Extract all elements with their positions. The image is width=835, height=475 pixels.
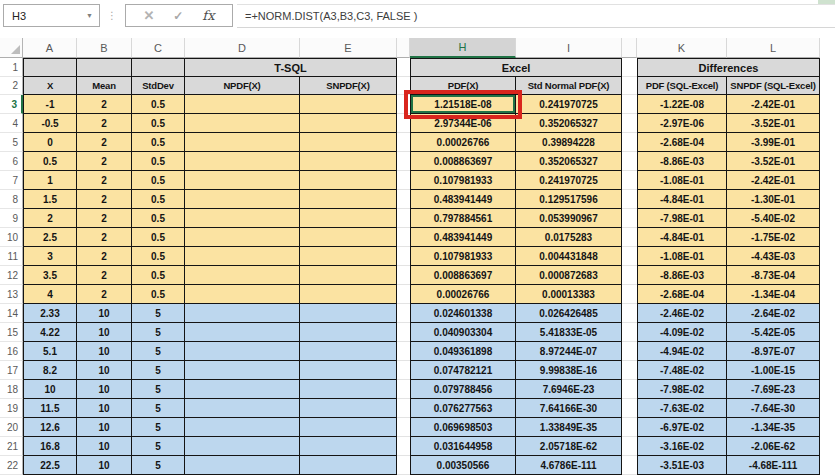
- cancel-icon[interactable]: ✕: [143, 8, 154, 23]
- cell-C5[interactable]: 0.5: [132, 133, 185, 152]
- cell-H5[interactable]: 0.00026766: [410, 133, 516, 152]
- cell-A17[interactable]: 8.2: [23, 361, 77, 380]
- row-header-8[interactable]: 8: [0, 190, 23, 209]
- cell-L11[interactable]: -4.43E-03: [727, 247, 820, 266]
- row-header-15[interactable]: 15: [0, 323, 23, 342]
- cell-A21[interactable]: 16.8: [23, 437, 77, 456]
- row-header-17[interactable]: 17: [0, 361, 23, 380]
- cell-C9[interactable]: 0.5: [132, 209, 185, 228]
- cell-I14[interactable]: 0.026426485: [516, 304, 622, 323]
- cell-A20[interactable]: 12.6: [23, 418, 77, 437]
- cell-B21[interactable]: 10: [77, 437, 132, 456]
- cell-H16[interactable]: 0.049361898: [410, 342, 516, 361]
- cell-C11[interactable]: 0.5: [132, 247, 185, 266]
- cell-E3[interactable]: [300, 95, 397, 114]
- header-I2[interactable]: Std Normal PDF(X): [516, 77, 622, 95]
- cell-D9[interactable]: [185, 209, 300, 228]
- cell-C6[interactable]: 0.5: [132, 152, 185, 171]
- cell-C15[interactable]: 5: [132, 323, 185, 342]
- cell-A6[interactable]: 0.5: [23, 152, 77, 171]
- cell-C20[interactable]: 5: [132, 418, 185, 437]
- cell-H17[interactable]: 0.074782121: [410, 361, 516, 380]
- cell-D8[interactable]: [185, 190, 300, 209]
- group-header-excel[interactable]: Excel: [410, 58, 622, 77]
- cell-H20[interactable]: 0.069698503: [410, 418, 516, 437]
- cell-H8[interactable]: 0.483941449: [410, 190, 516, 209]
- cell-K6[interactable]: -8.86E-03: [637, 152, 727, 171]
- cell-E21[interactable]: [300, 437, 397, 456]
- cell-I12[interactable]: 0.000872683: [516, 266, 622, 285]
- cell-B10[interactable]: 2: [77, 228, 132, 247]
- cell-L12[interactable]: -8.73E-04: [727, 266, 820, 285]
- cell-B15[interactable]: 10: [77, 323, 132, 342]
- cell-H12[interactable]: 0.008863697: [410, 266, 516, 285]
- cell-E12[interactable]: [300, 266, 397, 285]
- header-A2[interactable]: X: [23, 77, 77, 95]
- row-header-6[interactable]: 6: [0, 152, 23, 171]
- cell-L17[interactable]: -1.00E-15: [727, 361, 820, 380]
- cell-D14[interactable]: [185, 304, 300, 323]
- row-header-21[interactable]: 21: [0, 437, 23, 456]
- cell-E20[interactable]: [300, 418, 397, 437]
- row-header-3[interactable]: 3: [0, 95, 23, 114]
- group-header-differences[interactable]: Differences: [637, 58, 820, 77]
- column-header-K[interactable]: K: [637, 38, 727, 58]
- row-header-20[interactable]: 20: [0, 418, 23, 437]
- cell-L15[interactable]: -5.42E-05: [727, 323, 820, 342]
- row-header-4[interactable]: 4: [0, 114, 23, 133]
- cell-L19[interactable]: -7.64E-30: [727, 399, 820, 418]
- cell-D11[interactable]: [185, 247, 300, 266]
- cell-E5[interactable]: [300, 133, 397, 152]
- cell-K4[interactable]: -2.97E-06: [637, 114, 727, 133]
- column-header-D[interactable]: D: [185, 38, 300, 58]
- cell-A9[interactable]: 2: [23, 209, 77, 228]
- cell-B5[interactable]: 2: [77, 133, 132, 152]
- cell-H18[interactable]: 0.079788456: [410, 380, 516, 399]
- formula-input[interactable]: =+NORM.DIST(A3,B3,C3, FALSE ): [237, 4, 835, 28]
- cell-E10[interactable]: [300, 228, 397, 247]
- cell-H13[interactable]: 0.00026766: [410, 285, 516, 304]
- row-header-11[interactable]: 11: [0, 247, 23, 266]
- cell-B7[interactable]: 2: [77, 171, 132, 190]
- cell-A16[interactable]: 5.1: [23, 342, 77, 361]
- row-header-5[interactable]: 5: [0, 133, 23, 152]
- cell-D6[interactable]: [185, 152, 300, 171]
- cell-L4[interactable]: -3.52E-01: [727, 114, 820, 133]
- cell-C8[interactable]: 0.5: [132, 190, 185, 209]
- cell-A3[interactable]: -1: [23, 95, 77, 114]
- row-header-7[interactable]: 7: [0, 171, 23, 190]
- cell-L20[interactable]: -1.34E-35: [727, 418, 820, 437]
- cell-I7[interactable]: 0.241970725: [516, 171, 622, 190]
- cell-B20[interactable]: 10: [77, 418, 132, 437]
- cell-D13[interactable]: [185, 285, 300, 304]
- header-L2[interactable]: SNPDF (SQL-Excel): [727, 77, 820, 95]
- cell-H3[interactable]: 1.21518E-08: [410, 95, 516, 114]
- cell-I22[interactable]: 4.6786E-111: [516, 456, 622, 475]
- cell-D4[interactable]: [185, 114, 300, 133]
- cell-E22[interactable]: [300, 456, 397, 475]
- cell-I21[interactable]: 2.05718E-62: [516, 437, 622, 456]
- row-header-22[interactable]: 22: [0, 456, 23, 475]
- cell-B11[interactable]: 2: [77, 247, 132, 266]
- cell-L18[interactable]: -7.69E-23: [727, 380, 820, 399]
- cell-C16[interactable]: 5: [132, 342, 185, 361]
- cell-C4[interactable]: 0.5: [132, 114, 185, 133]
- row-header-9[interactable]: 9: [0, 209, 23, 228]
- name-box-dropdown-icon[interactable]: ▼: [86, 12, 93, 19]
- cell-C1[interactable]: [132, 58, 185, 77]
- cell-K15[interactable]: -4.09E-02: [637, 323, 727, 342]
- cell-D3[interactable]: [185, 95, 300, 114]
- header-K2[interactable]: PDF (SQL-Excel): [637, 77, 727, 95]
- cell-L7[interactable]: -2.42E-01: [727, 171, 820, 190]
- cell-I10[interactable]: 0.0175283: [516, 228, 622, 247]
- cell-E14[interactable]: [300, 304, 397, 323]
- header-D2[interactable]: NPDF(X): [185, 77, 300, 95]
- cell-D17[interactable]: [185, 361, 300, 380]
- header-B2[interactable]: Mean: [77, 77, 132, 95]
- cell-I16[interactable]: 8.97244E-07: [516, 342, 622, 361]
- cell-I8[interactable]: 0.129517596: [516, 190, 622, 209]
- cell-I17[interactable]: 9.99838E-16: [516, 361, 622, 380]
- enter-icon[interactable]: ✓: [173, 9, 183, 23]
- cell-B22[interactable]: 10: [77, 456, 132, 475]
- row-header-12[interactable]: 12: [0, 266, 23, 285]
